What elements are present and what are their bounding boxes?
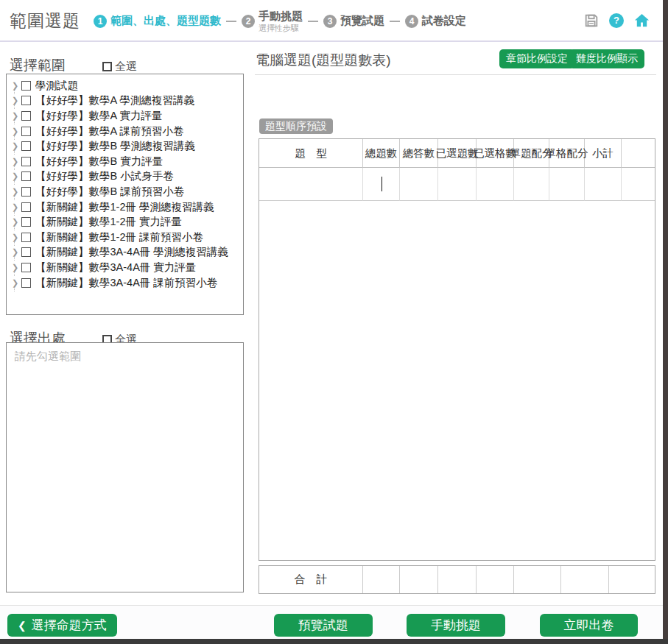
table-header-cell: 已選題數 [438, 139, 477, 168]
page-title: 範圍選題 [10, 10, 80, 32]
home-icon[interactable] [633, 12, 650, 29]
range-tree-item[interactable]: ❯ 【好好學】數學B 小試身手卷 [7, 169, 243, 185]
range-item-checkbox[interactable] [21, 81, 31, 91]
range-item-checkbox[interactable] [21, 157, 31, 166]
type-cell[interactable] [259, 168, 363, 201]
range-tree-item[interactable]: ❯ 【好好學】數學A 實力評量 [7, 108, 243, 124]
generate-paper-button[interactable]: 立即出卷 [540, 614, 638, 637]
expand-chevron-icon[interactable]: ❯ [12, 111, 21, 121]
expand-chevron-icon[interactable]: ❯ [12, 202, 21, 212]
step-2[interactable]: 2 手動挑題 選擇性步驟 [242, 10, 303, 32]
expand-chevron-icon[interactable]: ❯ [12, 171, 21, 181]
range-select-all[interactable]: 全選 [102, 60, 137, 74]
step-4-circle: 4 [405, 15, 418, 28]
difficulty-ratio-button[interactable]: 難度比例顯示 [569, 49, 644, 68]
range-tree-item[interactable]: ❯ 【新關鍵】數學1-2冊 課前預習小卷 [7, 230, 243, 245]
table-header-row: 題 型總題數總答數已選題數已選格數單題配分單格配分小計 [259, 139, 655, 168]
range-item-label: 【好好學】數學B 小試身手卷 [35, 169, 174, 183]
step-divider [308, 21, 318, 22]
range-select-all-label: 全選 [115, 60, 137, 74]
chapter-ratio-button[interactable]: 章節比例設定 [499, 49, 574, 68]
range-tree-item[interactable]: ❯ 【新關鍵】數學3A-4A冊 實力評量 [7, 260, 243, 275]
range-tree-item[interactable]: ❯ 【好好學】數學A 學測總複習講義 [7, 93, 243, 109]
range-select-all-checkbox[interactable] [102, 62, 112, 71]
table-header-cell [622, 139, 655, 168]
table-header-cell: 單題配分 [514, 139, 549, 168]
selected-questions-cell[interactable] [438, 168, 477, 201]
step-3-circle: 3 [323, 15, 337, 28]
table-header-cell: 小計 [585, 139, 622, 168]
totals-cell [477, 566, 514, 593]
total-questions-cell[interactable] [363, 168, 400, 201]
step-divider [390, 21, 400, 22]
expand-chevron-icon[interactable]: ❯ [12, 278, 21, 288]
range-item-label: 【好好學】數學B 課前預習小卷 [35, 185, 184, 199]
range-item-checkbox[interactable] [21, 202, 31, 212]
step-4-label: 試卷設定 [422, 14, 466, 28]
expand-chevron-icon[interactable]: ❯ [12, 247, 21, 257]
source-list[interactable]: 請先勾選範圍 [6, 342, 244, 592]
app-window: 範圍選題 1 範圍、出處、題型題數 2 手動挑題 選擇性步驟 3 預覽試題 [0, 0, 668, 644]
range-item-checkbox[interactable] [21, 96, 31, 105]
range-item-checkbox[interactable] [21, 141, 31, 151]
range-tree-item[interactable]: ❯ 【好好學】數學A 課前預習小卷 [7, 124, 243, 139]
help-icon[interactable]: ? [609, 13, 624, 28]
preview-questions-button[interactable]: 預覽試題 [274, 614, 373, 637]
range-item-checkbox[interactable] [21, 247, 31, 257]
expand-chevron-icon[interactable]: ❯ [12, 81, 21, 91]
manual-pick-button[interactable]: 手動挑題 [407, 614, 505, 637]
range-item-checkbox[interactable] [21, 233, 31, 242]
step-2-label: 手動挑題 [259, 10, 303, 24]
expand-chevron-icon[interactable]: ❯ [12, 157, 21, 166]
save-icon[interactable] [583, 13, 600, 29]
expand-chevron-icon[interactable]: ❯ [12, 141, 21, 151]
expand-chevron-icon[interactable]: ❯ [12, 217, 21, 227]
selected-blanks-cell[interactable] [477, 168, 514, 201]
range-tree-item[interactable]: ❯ 【好好學】數學B 課前預習小卷 [7, 184, 243, 199]
range-tree-item[interactable]: ❯ 【新關鍵】數學1-2冊 實力評量 [7, 214, 243, 230]
range-item-checkbox[interactable] [21, 217, 31, 227]
range-tree-item[interactable]: ❯ 【好好學】數學B 學測總複習講義 [7, 138, 243, 154]
per-question-points-cell[interactable] [514, 168, 549, 201]
totals-cell [561, 566, 609, 593]
range-item-checkbox[interactable] [21, 278, 31, 288]
expand-chevron-icon[interactable]: ❯ [12, 96, 21, 105]
expand-chevron-icon[interactable]: ❯ [12, 187, 21, 197]
type-order-preset-button[interactable]: 題型順序預設 [259, 118, 333, 134]
step-1-label: 範圍、出處、題型題數 [110, 14, 221, 28]
range-item-label: 【新關鍵】數學3A-4A冊 實力評量 [35, 261, 196, 275]
back-to-method-button[interactable]: ❮ 選擇命題方式 [7, 614, 117, 637]
range-tree[interactable]: ❯ 學測試題 ❯ 【好好學】數學A 學測總複習講義 ❯ 【好好學】數學A 實力評… [6, 74, 244, 315]
panel-divider [255, 74, 656, 75]
subtotal-cell[interactable] [585, 168, 622, 201]
expand-chevron-icon[interactable]: ❯ [12, 127, 21, 136]
totals-cell [363, 566, 400, 593]
per-blank-points-cell[interactable] [549, 168, 585, 201]
range-tree-item[interactable]: ❯ 【新關鍵】數學3A-4A冊 學測總複習講義 [7, 245, 243, 261]
step-4[interactable]: 4 試卷設定 [405, 14, 466, 28]
range-item-checkbox[interactable] [21, 171, 31, 181]
range-item-label: 【新關鍵】數學3A-4A冊 課前預習小卷 [35, 276, 217, 290]
step-1[interactable]: 1 範圍、出處、題型題數 [94, 14, 221, 28]
table-data-row [259, 168, 655, 201]
expand-chevron-icon[interactable]: ❯ [12, 263, 21, 272]
computer-selection-title: 電腦選題(題型題數表) [256, 51, 391, 70]
range-item-label: 【新關鍵】數學1-2冊 學測總複習講義 [35, 200, 214, 214]
step-3[interactable]: 3 預覽試題 [323, 14, 384, 28]
total-answers-cell[interactable] [400, 168, 438, 201]
range-section-title: 選擇範圍 [10, 56, 66, 75]
range-item-checkbox[interactable] [21, 127, 31, 136]
bottom-action-bar: ❮ 選擇命題方式 預覽試題 手動挑題 立即出卷 [0, 605, 663, 639]
range-tree-item[interactable]: ❯ 學測試題 [7, 78, 243, 93]
range-tree-item[interactable]: ❯ 【新關鍵】數學1-2冊 學測總複習講義 [7, 199, 243, 215]
range-item-checkbox[interactable] [21, 187, 31, 197]
back-button-label: 選擇命題方式 [32, 617, 107, 634]
range-item-checkbox[interactable] [21, 111, 31, 121]
expand-chevron-icon[interactable]: ❯ [12, 233, 21, 242]
range-item-checkbox[interactable] [21, 263, 31, 272]
range-tree-item[interactable]: ❯ 【新關鍵】數學3A-4A冊 課前預習小卷 [7, 275, 243, 291]
range-tree-item[interactable]: ❯ 【好好學】數學B 實力評量 [7, 154, 243, 169]
header-icons: ? [583, 12, 650, 29]
step-2-sublabel: 選擇性步驟 [259, 24, 303, 32]
source-placeholder: 請先勾選範圍 [15, 350, 81, 362]
